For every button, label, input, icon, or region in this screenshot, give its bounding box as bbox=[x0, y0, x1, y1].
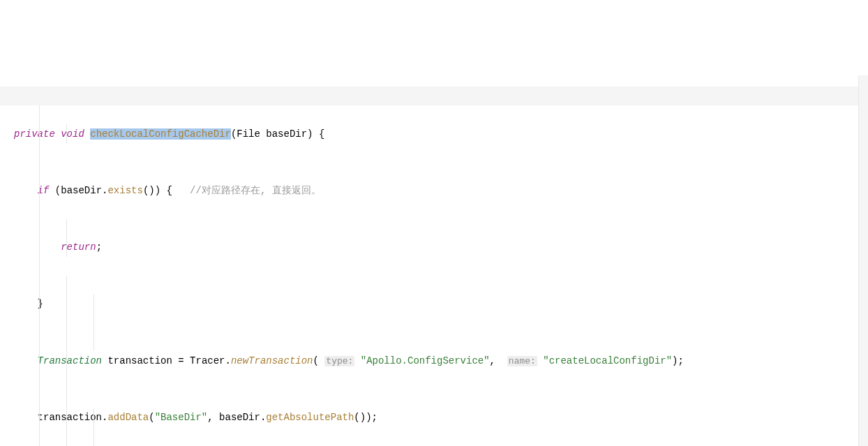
param-hint-name: name: bbox=[507, 356, 537, 366]
keyword-void: void bbox=[61, 128, 84, 140]
type-transaction: Transaction bbox=[38, 355, 102, 366]
code-line[interactable]: transaction.addData("BaseDir", baseDir.g… bbox=[14, 408, 694, 427]
method-name-selected[interactable]: checkLocalConfigCacheDir bbox=[90, 128, 231, 140]
indent-guide bbox=[66, 124, 67, 143]
param-name: baseDir bbox=[266, 128, 307, 140]
line-comment: //对应路径存在, 直接返回。 bbox=[190, 185, 321, 196]
code-content: private void checkLocalConfigCacheDir(Fi… bbox=[14, 87, 694, 446]
keyword-private: private bbox=[14, 128, 55, 140]
code-line[interactable]: return; bbox=[14, 238, 694, 257]
code-line[interactable]: private void checkLocalConfigCacheDir(Fi… bbox=[14, 125, 694, 144]
code-line[interactable]: if (baseDir.exists()) { //对应路径存在, 直接返回。 bbox=[14, 181, 694, 200]
code-line[interactable]: } bbox=[14, 295, 694, 313]
indent-guide bbox=[66, 276, 67, 446]
indent-guide bbox=[93, 295, 94, 351]
indent-guide bbox=[39, 105, 40, 446]
code-editor[interactable]: private void checkLocalConfigCacheDir(Fi… bbox=[0, 75, 868, 446]
param-type: File bbox=[237, 128, 260, 140]
code-line[interactable]: Transaction transaction = Tracer.newTran… bbox=[14, 352, 694, 371]
vertical-scrollbar[interactable] bbox=[858, 75, 868, 446]
indent-guide bbox=[93, 408, 94, 446]
indent-guide bbox=[66, 219, 67, 257]
param-hint-type: type: bbox=[324, 356, 354, 366]
